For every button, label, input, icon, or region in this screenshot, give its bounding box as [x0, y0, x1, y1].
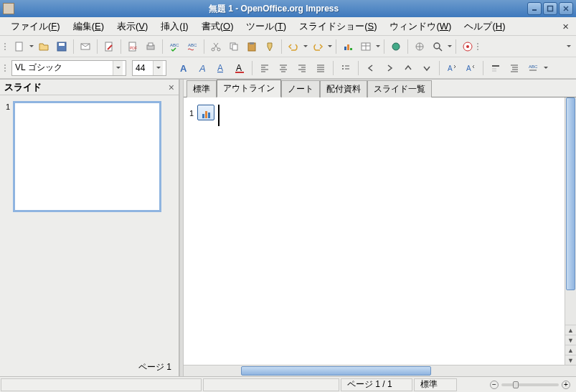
align-justify-button[interactable] — [312, 59, 329, 77]
svg-text:A: A — [236, 63, 242, 73]
svg-rect-4 — [16, 42, 22, 51]
print-button[interactable] — [142, 38, 159, 55]
font-size-combo[interactable]: 44 — [132, 60, 166, 76]
menu-format[interactable]: 書式(O) — [195, 18, 240, 35]
close-document-button[interactable]: × — [560, 20, 572, 32]
close-panel-button[interactable]: × — [169, 82, 174, 93]
status-mode: 標準 — [414, 378, 457, 391]
navigator-button[interactable] — [411, 38, 428, 55]
horizontal-scrollbar[interactable] — [184, 365, 565, 376]
redo-button[interactable] — [309, 38, 326, 55]
svg-rect-18 — [232, 44, 237, 50]
svg-text:A: A — [180, 63, 187, 74]
paste-button[interactable] — [243, 38, 260, 55]
slide-thumbnail[interactable] — [13, 101, 161, 212]
svg-line-30 — [439, 48, 442, 51]
zoom-slider[interactable] — [501, 383, 559, 386]
svg-point-32 — [466, 45, 469, 48]
slide-panel: スライド × 1 ページ 1 — [0, 80, 179, 376]
menu-view[interactable]: 表示(V) — [110, 18, 154, 35]
underline-button[interactable]: A — [212, 59, 230, 77]
status-cell-2 — [203, 378, 339, 391]
autospell-button[interactable]: ABC — [184, 38, 201, 55]
export-pdf-button[interactable]: PDF — [124, 38, 141, 55]
slide-panel-title: スライド — [4, 81, 42, 94]
slide-icon[interactable] — [197, 105, 214, 120]
cut-button[interactable] — [207, 38, 225, 55]
align-left-button[interactable] — [256, 59, 273, 77]
minimize-button[interactable] — [527, 2, 542, 15]
bullets-button[interactable] — [337, 59, 354, 77]
copy-button[interactable] — [225, 38, 242, 55]
zoom-in-button[interactable]: + — [562, 381, 570, 389]
svg-point-29 — [434, 43, 440, 49]
toolbar-overflow[interactable] — [566, 43, 572, 49]
tab-handout[interactable]: 配付資料 — [320, 80, 367, 97]
menu-insert[interactable]: 挿入(I) — [154, 18, 194, 35]
first-level-button[interactable] — [487, 59, 504, 77]
help-button[interactable] — [459, 38, 476, 55]
vertical-scrollbar[interactable]: ▲▼▲▼ — [565, 97, 576, 365]
menu-file[interactable]: ファイル(F) — [4, 18, 67, 35]
formatting-button[interactable]: ABC — [524, 59, 542, 77]
hyperlink-button[interactable] — [387, 38, 405, 55]
move-up-button[interactable] — [400, 59, 417, 77]
svg-text:ABC: ABC — [170, 43, 179, 47]
menu-tools[interactable]: ツール(T) — [240, 18, 293, 35]
decrease-font-button[interactable]: A — [462, 59, 479, 77]
format-toolbar: VL ゴシック 44 A A A A A A ABC — [0, 57, 576, 79]
svg-point-15 — [212, 48, 214, 51]
new-button[interactable] — [11, 38, 28, 55]
zoom-button[interactable] — [429, 38, 446, 55]
chart-button[interactable] — [339, 38, 357, 55]
zoom-dropdown[interactable] — [447, 43, 453, 49]
promote-button[interactable] — [362, 59, 379, 77]
maximize-button[interactable] — [543, 2, 557, 15]
edit-file-button[interactable] — [100, 38, 118, 55]
increase-font-button[interactable]: A — [443, 59, 461, 77]
open-button[interactable] — [35, 38, 52, 55]
tab-normal[interactable]: 標準 — [187, 80, 217, 97]
move-down-button[interactable] — [418, 59, 435, 77]
align-center-button[interactable] — [275, 59, 292, 77]
fmtbar-overflow[interactable] — [543, 64, 549, 71]
tab-notes[interactable]: ノート — [281, 80, 320, 97]
font-name-combo[interactable]: VL ゴシック — [11, 60, 126, 76]
text-cursor — [218, 105, 219, 126]
align-right-button[interactable] — [293, 59, 311, 77]
new-dropdown[interactable] — [29, 43, 34, 49]
save-button[interactable] — [53, 38, 70, 55]
italic-button[interactable]: A — [194, 59, 211, 77]
svg-rect-23 — [350, 48, 352, 50]
bold-button[interactable]: A — [175, 59, 192, 77]
undo-dropdown[interactable] — [303, 43, 308, 49]
font-color-button[interactable]: A — [231, 59, 248, 77]
svg-point-27 — [392, 43, 400, 50]
svg-rect-22 — [347, 44, 349, 50]
menu-slideshow[interactable]: スライドショー(S) — [293, 18, 383, 35]
all-levels-button[interactable] — [506, 59, 523, 77]
outline-canvas[interactable]: 1 — [184, 97, 565, 365]
zoom-out-button[interactable]: − — [490, 381, 499, 389]
menu-window[interactable]: ウィンドウ(W) — [383, 18, 458, 35]
menu-edit[interactable]: 編集(E) — [67, 18, 110, 35]
demote-button[interactable] — [381, 59, 398, 77]
close-button[interactable] — [559, 2, 573, 15]
table-button[interactable] — [357, 38, 374, 55]
svg-text:A: A — [466, 64, 471, 72]
spellcheck-button[interactable]: ABC — [166, 38, 183, 55]
svg-text:A: A — [217, 63, 223, 73]
tab-outline[interactable]: アウトライン — [217, 80, 281, 97]
redo-dropdown[interactable] — [327, 43, 333, 49]
svg-text:ABC: ABC — [529, 64, 538, 69]
menu-help[interactable]: ヘルプ(H) — [458, 18, 511, 35]
undo-button[interactable] — [285, 38, 302, 55]
svg-point-54 — [342, 65, 344, 67]
mail-button[interactable] — [77, 38, 94, 55]
svg-rect-37 — [235, 72, 244, 73]
tab-slidesorter[interactable]: スライド一覧 — [367, 80, 432, 97]
format-paintbrush-button[interactable] — [261, 38, 278, 55]
table-dropdown[interactable] — [375, 43, 381, 49]
outline-item-number: 1 — [189, 105, 194, 118]
slide-thumbnails[interactable]: 1 — [0, 95, 179, 358]
